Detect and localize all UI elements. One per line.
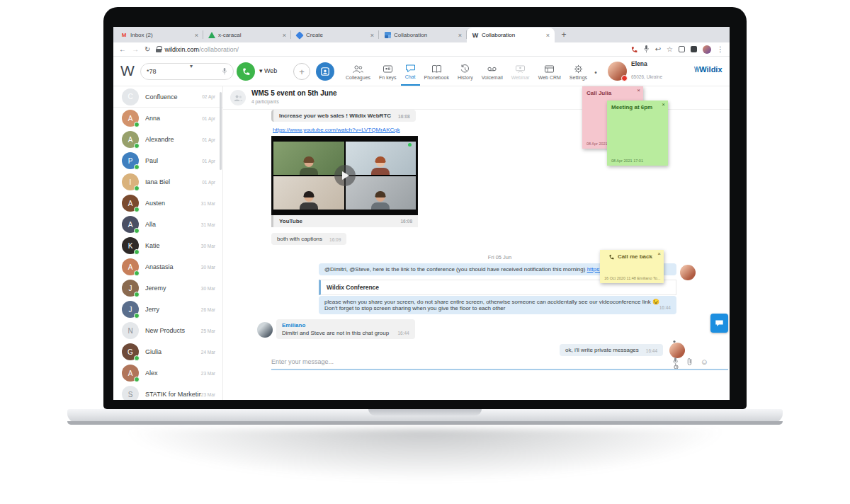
message-bubble-captions[interactable]: both with captions 16:09 — [271, 233, 346, 245]
contact-row-katie[interactable]: K Katie 30 Mar — [113, 235, 222, 256]
tab-close-icon[interactable]: × — [546, 32, 550, 39]
conference-card-title: Wildix Conference — [327, 284, 379, 291]
avatar: K — [122, 237, 139, 254]
menu-kebab-icon[interactable]: ⋮ — [717, 45, 724, 53]
browser-tab-inbox[interactable]: M Inbox (2) × — [115, 28, 203, 42]
browser-tab-caracal[interactable]: x-caracal × — [203, 28, 291, 42]
call-button[interactable] — [237, 62, 255, 81]
contact-row-alexandre[interactable]: A Alexandre 01 Apr — [113, 129, 222, 150]
voice-message-icon[interactable] — [672, 357, 679, 366]
contact-row-new-products[interactable]: N New Products 25 Mar — [113, 320, 222, 341]
chevron-down-icon[interactable]: ▾ — [190, 63, 193, 69]
chat-fab-button[interactable] — [710, 314, 728, 333]
contact-name: Alla — [145, 221, 201, 228]
nav-fn-keys[interactable]: Fn keys — [375, 59, 401, 86]
contact-row-jeremy[interactable]: J Jeremy 30 Mar — [113, 277, 222, 299]
contact-row-anastasia[interactable]: A Anastasia 30 Mar — [113, 256, 222, 277]
contact-row-alex[interactable]: A Alex 23 Mar — [113, 362, 222, 384]
play-button[interactable] — [334, 165, 356, 186]
message-bubble-webrtc[interactable]: Increase your web sales ! Wildix WebRTC … — [271, 110, 416, 122]
back-icon[interactable]: ← — [119, 45, 126, 53]
conference-button[interactable] — [316, 62, 334, 81]
contact-row-alla[interactable]: A Alla 31 Mar — [113, 214, 222, 235]
post-it-call-me-back[interactable]: Call me back × 16 Oct 2020 11:48 Emilian… — [600, 250, 664, 283]
contact-row-giulia[interactable]: G Giulia 24 Mar — [113, 341, 222, 362]
contact-name: Iana Biel — [145, 178, 202, 185]
reload-icon[interactable]: ↻ — [144, 45, 150, 53]
youtube-link[interactable]: https://www.youtube.com/watch?v=LVTQMrAK… — [273, 127, 400, 133]
post-it-meeting[interactable]: Meeting at 6pm × 08 Apr 2021 17:01 — [607, 101, 668, 166]
nav-label: Webinar — [511, 75, 530, 80]
emoji-icon[interactable]: ☺ — [701, 358, 708, 366]
message-input[interactable]: Enter your message... — [271, 358, 334, 365]
chat-list-sidebar: C Confluence 02 Apr A Anna 01 Apr A Alex… — [113, 86, 223, 400]
close-icon[interactable]: × — [662, 101, 665, 108]
nav-phonebook[interactable]: Phonebook — [420, 59, 453, 86]
online-status-dot — [134, 313, 140, 319]
tab-close-icon[interactable]: × — [283, 32, 286, 39]
nav-webinar[interactable]: Webinar — [507, 59, 534, 86]
contact-date: 01 Apr — [202, 159, 215, 164]
browser-profile-avatar[interactable] — [703, 45, 711, 54]
tab-close-icon[interactable]: × — [195, 32, 198, 39]
nav-chat[interactable]: Chat — [401, 59, 420, 86]
forward-icon[interactable]: → — [132, 45, 139, 53]
call-icon[interactable] — [630, 46, 638, 53]
share-icon[interactable]: ↩ — [655, 45, 661, 53]
message-bubble-emiliano[interactable]: Emiliano Dimitri and Steve are not in th… — [276, 319, 415, 339]
browser-tab-collaboration-active[interactable]: W Collaboration × — [467, 28, 555, 42]
contact-name: Katie — [145, 242, 201, 249]
nav-label: Phonebook — [424, 75, 449, 80]
video-thumbnail[interactable] — [271, 136, 418, 215]
nav-settings[interactable]: Settings — [565, 59, 591, 86]
add-button[interactable]: + — [293, 63, 310, 80]
nav-history[interactable]: History — [453, 59, 477, 86]
browser-tab-collaboration[interactable]: Collaboration × — [379, 28, 467, 42]
attachment-icon[interactable] — [686, 357, 693, 366]
contact-row-paul[interactable]: P Paul 01 Apr — [113, 150, 222, 171]
contact-row-confluence[interactable]: C Confluence 02 Apr — [113, 86, 222, 108]
device-selector[interactable]: ▾ Web — [259, 67, 277, 74]
address-text[interactable]: wildixin.com/collaboration/ — [164, 46, 239, 53]
brand-text: Wildix — [699, 65, 722, 74]
avatar: C — [122, 88, 139, 105]
colleagues-icon — [353, 64, 363, 74]
contact-row-anna[interactable]: A Anna 01 Apr — [113, 108, 222, 129]
pin-extension-icon[interactable] — [691, 46, 697, 52]
tab-label: x-caracal — [218, 32, 280, 38]
contact-row-austen[interactable]: A Austen 31 Mar — [113, 193, 222, 214]
nav-voicemail[interactable]: Voicemail — [477, 59, 507, 86]
browser-tab-create[interactable]: Create × — [291, 28, 379, 42]
nav-more-button[interactable]: • — [591, 69, 600, 76]
contact-date: 01 Apr — [202, 116, 215, 121]
padlock-icon[interactable] — [156, 46, 162, 52]
user-profile[interactable]: Elena 65026, Ukraine — [608, 60, 662, 82]
tab-close-icon[interactable]: × — [370, 32, 374, 39]
drive-icon — [208, 32, 215, 39]
new-tab-button[interactable]: + — [557, 28, 570, 41]
message-bubble-private[interactable]: ok, i'll write private messages 16:44 — [560, 344, 663, 356]
url-host: wildixin.com — [164, 46, 199, 53]
nav-web-crm[interactable]: Web CRM — [534, 59, 565, 86]
dial-search-field[interactable]: *78 — [140, 63, 234, 80]
search-mic-icon[interactable] — [222, 68, 227, 75]
nav-colleagues[interactable]: Colleagues — [341, 59, 375, 86]
contact-row-iana[interactable]: I Iana Biel 01 Apr — [113, 171, 222, 193]
youtube-video-card[interactable]: YouTube 16:08 — [271, 136, 418, 227]
tab-close-icon[interactable]: × — [458, 32, 462, 39]
close-icon[interactable]: × — [637, 87, 640, 93]
close-icon[interactable]: × — [657, 251, 661, 257]
extension-icon[interactable] — [679, 46, 685, 52]
contact-date: 30 Mar — [201, 286, 215, 291]
sidebar-scrollbar[interactable] — [220, 92, 222, 170]
contact-row-statik[interactable]: S STATIK for Marketing - group 23 Mar — [113, 384, 222, 400]
mic-icon[interactable] — [643, 45, 650, 53]
url-path: /collaboration/ — [199, 46, 239, 53]
message-author[interactable]: Emiliano — [282, 322, 409, 328]
message-bubble-screenshare[interactable]: please when you share your screen, do no… — [319, 296, 676, 314]
online-status-dot — [134, 249, 140, 255]
message-text: Dimitri and Steve are not in this chat g… — [282, 330, 389, 336]
online-status-dot — [134, 270, 140, 276]
contact-row-jerry[interactable]: J Jerry 26 Mar — [113, 299, 222, 320]
bookmark-star-icon[interactable]: ☆ — [667, 45, 673, 53]
